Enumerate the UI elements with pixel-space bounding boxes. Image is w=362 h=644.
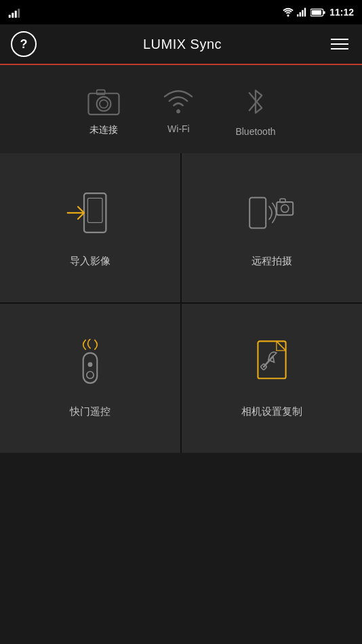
svg-point-26	[88, 362, 93, 367]
help-button[interactable]: ?	[11, 31, 37, 57]
status-left	[8, 6, 20, 18]
svg-rect-19	[87, 198, 102, 222]
svg-point-4	[287, 14, 289, 16]
import-grid-item[interactable]: 导入影像	[0, 153, 180, 302]
status-time: 11:12	[329, 7, 354, 18]
bluetooth-status: Bluetooth	[235, 85, 275, 137]
carrier-icon	[8, 6, 20, 18]
bluetooth-icon	[243, 85, 268, 118]
camera-settings-grid-item[interactable]: 相机设置复制	[182, 304, 362, 453]
camera-label: 未连接	[89, 124, 118, 136]
status-right: 11:12	[282, 7, 354, 18]
connection-section: 未连接 Wi-Fi Bluetooth	[0, 65, 362, 153]
svg-rect-21	[277, 202, 293, 215]
svg-rect-20	[249, 197, 266, 228]
svg-rect-5	[297, 14, 298, 16]
svg-rect-2	[15, 11, 17, 18]
shutter-remote-label: 快门遥控	[70, 405, 110, 418]
grid-section: 导入影像 远程拍摄	[0, 153, 362, 453]
bluetooth-label: Bluetooth	[235, 126, 275, 137]
signal-icon	[297, 7, 308, 17]
status-bar: 11:12	[0, 0, 362, 24]
import-label: 导入影像	[70, 255, 110, 268]
menu-line-1	[331, 39, 348, 40]
shutter-remote-icon	[66, 339, 115, 390]
camera-settings-label: 相机设置复制	[241, 405, 302, 418]
svg-rect-1	[12, 13, 14, 18]
svg-rect-10	[323, 11, 325, 14]
help-label: ?	[20, 37, 28, 52]
import-icon	[66, 188, 115, 240]
menu-line-2	[331, 43, 348, 45]
svg-point-13	[97, 97, 111, 111]
wifi-label: Wi-Fi	[167, 123, 190, 134]
svg-point-14	[100, 100, 108, 108]
shutter-remote-grid-item[interactable]: 快门遥控	[0, 304, 180, 453]
svg-point-22	[281, 205, 289, 212]
camera-settings-icon	[247, 339, 296, 390]
remote-capture-grid-item[interactable]: 远程拍摄	[182, 153, 362, 302]
app-title: LUMIX Sync	[143, 37, 222, 52]
nav-bar: ? LUMIX Sync	[0, 24, 362, 65]
menu-button[interactable]	[328, 36, 351, 52]
status-icons	[282, 7, 325, 17]
camera-status: 未连接	[86, 86, 121, 136]
svg-rect-6	[300, 12, 301, 16]
menu-line-3	[331, 48, 348, 49]
battery-icon	[310, 8, 325, 17]
svg-point-16	[177, 109, 181, 113]
wifi-conn-icon	[162, 88, 195, 115]
bottom-area	[0, 453, 362, 487]
camera-icon	[86, 86, 121, 116]
wifi-status-icon	[282, 7, 294, 17]
remote-capture-icon	[247, 188, 296, 240]
svg-rect-3	[18, 9, 20, 18]
svg-point-25	[87, 371, 94, 378]
svg-rect-7	[302, 10, 303, 17]
svg-rect-8	[304, 8, 306, 17]
svg-rect-0	[9, 15, 11, 18]
remote-capture-label: 远程拍摄	[252, 255, 292, 268]
wifi-status: Wi-Fi	[162, 88, 195, 134]
svg-rect-11	[312, 10, 321, 15]
